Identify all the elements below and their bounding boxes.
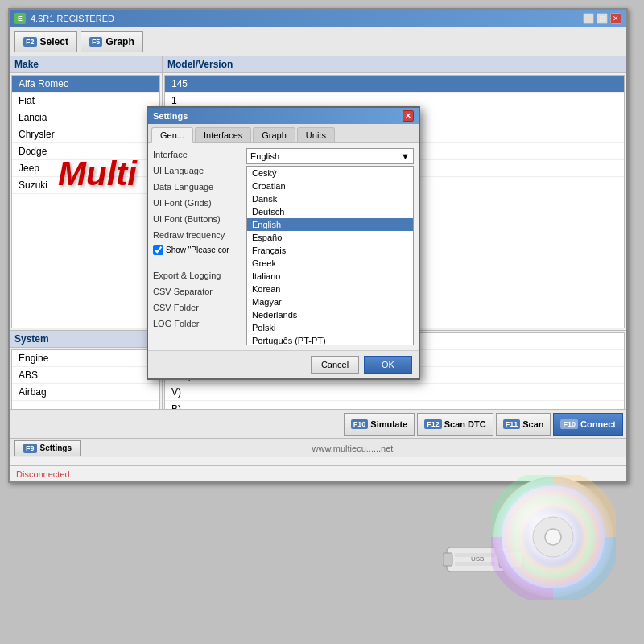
dialog-overlay: Settings ✕ Gen... Interfaces Graph Units… (10, 10, 626, 481)
lang-nederlands[interactable]: Nederlands (247, 308, 413, 321)
lang-polski[interactable]: Polski (247, 321, 413, 334)
dialog-tabs: Gen... Interfaces Graph Units (148, 124, 419, 143)
show-please-label: Show "Please cor (166, 246, 229, 254)
lang-espanol[interactable]: Español (247, 231, 413, 244)
lang-deutsch[interactable]: Deutsch (247, 205, 413, 218)
lang-portuguese[interactable]: Português (PT-PT) (247, 334, 413, 345)
lang-francais[interactable]: Français (247, 244, 413, 257)
language-list[interactable]: Ceský Croatian Dansk Deutsch English Esp… (246, 166, 414, 345)
tab-general[interactable]: Gen... (151, 127, 193, 143)
label-log-folder: LOG Folder (153, 317, 242, 330)
dialog-right: English ▼ Ceský Croatian Dansk Deutsch E… (246, 148, 414, 345)
dialog-titlebar: Settings ✕ (148, 108, 419, 124)
tab-interfaces[interactable]: Interfaces (195, 127, 251, 142)
svg-point-9 (545, 529, 561, 545)
lang-cesky[interactable]: Ceský (247, 167, 413, 180)
lang-korean[interactable]: Korean (247, 283, 413, 295)
cancel-button[interactable]: Cancel (311, 356, 359, 374)
label-ui-language: UI Language (153, 164, 242, 177)
ok-button[interactable]: OK (364, 356, 412, 374)
cd-disc (491, 475, 612, 596)
dialog-footer: Cancel OK (148, 350, 419, 378)
dialog-labels: Interface UI Language Data Language UI F… (153, 148, 242, 345)
label-redraw: Redraw frequency (153, 229, 242, 242)
lang-greek[interactable]: Greek (247, 257, 413, 270)
show-please-checkbox[interactable] (153, 245, 163, 255)
label-ui-font-grids: UI Font (Grids) (153, 196, 242, 209)
tab-units[interactable]: Units (297, 127, 335, 142)
dialog-content: Interface UI Language Data Language UI F… (148, 143, 419, 350)
dialog-title: Settings (153, 111, 188, 121)
show-please-row: Show "Please cor (153, 245, 242, 255)
dialog-close-button[interactable]: ✕ (402, 110, 414, 122)
language-dropdown[interactable]: English ▼ (246, 148, 414, 164)
lang-dansk[interactable]: Dansk (247, 192, 413, 205)
label-csv-sep: CSV Separator (153, 285, 242, 298)
dropdown-arrow: ▼ (401, 151, 410, 161)
tab-graph[interactable]: Graph (253, 127, 295, 142)
svg-rect-2 (443, 553, 452, 566)
selected-lang: English (250, 151, 279, 161)
svg-text:USB: USB (471, 555, 484, 563)
lang-croatian[interactable]: Croatian (247, 180, 413, 192)
lang-italiano[interactable]: Italiano (247, 270, 413, 283)
main-window: E 4.6R1 REGISTERED — □ ✕ F2 Select F5 Gr… (8, 8, 628, 483)
lang-english[interactable]: English (247, 218, 413, 231)
label-ui-font-buttons: UI Font (Buttons) (153, 213, 242, 225)
label-csv-folder: CSV Folder (153, 301, 242, 314)
separator-1 (153, 262, 242, 262)
label-interface: Interface (153, 148, 242, 161)
settings-dialog: Settings ✕ Gen... Interfaces Graph Units… (147, 106, 420, 380)
label-data-language: Data Language (153, 180, 242, 193)
label-export: Export & Logging (153, 269, 242, 282)
lang-magyar[interactable]: Magyar (247, 295, 413, 308)
